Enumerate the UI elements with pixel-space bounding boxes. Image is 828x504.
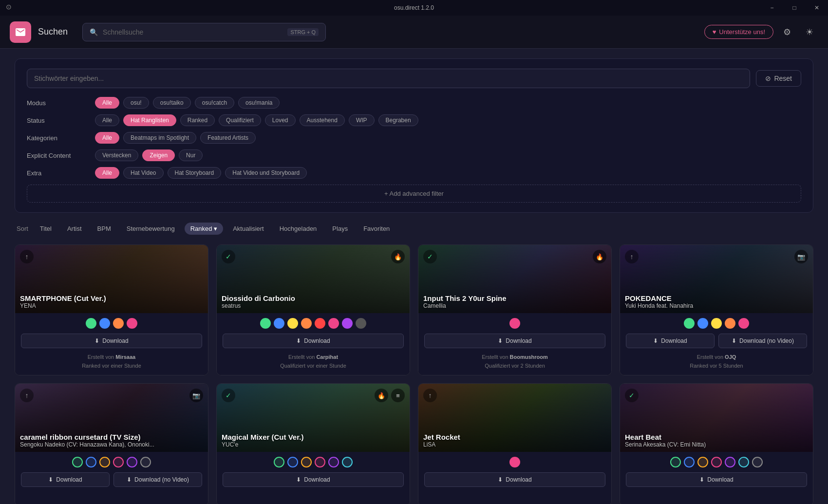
- sort-titel[interactable]: Titel: [34, 223, 57, 235]
- sort-aktualisiert[interactable]: Aktualisiert: [227, 223, 270, 235]
- card-6-body: ⬇ Download: [217, 452, 410, 504]
- sort-bpm[interactable]: BPM: [92, 223, 117, 235]
- card-3-info: 1nput This 2 Y0ur Spine Camellia: [423, 294, 606, 309]
- status-pill-loved[interactable]: Loved: [265, 114, 296, 126]
- status-pill-ranglisten[interactable]: Hat Ranglisten: [123, 114, 176, 126]
- sort-sterne[interactable]: Sternebewertung: [121, 223, 181, 235]
- explicit-pills: Verstecken Zeigen Nur: [95, 149, 203, 161]
- modus-pill-taiko[interactable]: osu!taiko: [153, 97, 191, 109]
- settings-button[interactable]: ⚙: [778, 23, 796, 41]
- titlebar: ⊙ osu.direct 1.2.0 − □ ✕: [0, 0, 828, 16]
- download-no-video-button-5[interactable]: ⬇ Download (no Video): [113, 472, 202, 487]
- search-bar[interactable]: 🔍 Schnellsuche STRG + Q: [82, 23, 326, 41]
- status-pill-ranked[interactable]: Ranked: [180, 114, 215, 126]
- extra-pill-alle[interactable]: Alle: [95, 167, 119, 179]
- card-6-extra-icon: ≡: [391, 389, 405, 402]
- card-5-info: caramel ribbon cursetard (TV Size) Sengo…: [20, 433, 203, 448]
- modus-pill-catch[interactable]: osu!catch: [195, 97, 234, 109]
- card-4-footer: Erstellt von OJQRanked vor 5 Stunden: [626, 353, 807, 370]
- minimize-button[interactable]: −: [761, 0, 783, 16]
- sort-artist[interactable]: Artist: [61, 223, 88, 235]
- search-placeholder: Schnellsuche: [103, 28, 282, 36]
- diff-dot: [725, 318, 735, 329]
- nav-label: Suchen: [38, 27, 68, 37]
- reset-button[interactable]: ⊘ Reset: [756, 70, 801, 87]
- kategorien-pill-featured[interactable]: Featured Artists: [200, 132, 256, 144]
- diff-dot: [274, 318, 284, 329]
- card-7-body: ⬇ Download: [418, 452, 611, 504]
- card-5-status-icon: ↑: [20, 389, 34, 402]
- extra-pill-storyboard[interactable]: Hat Storyboard: [168, 167, 222, 179]
- card-1-downloads: ⬇ Download: [21, 334, 202, 348]
- explicit-pill-nur[interactable]: Nur: [179, 149, 203, 161]
- card-3-title: 1nput This 2 Y0ur Spine: [423, 294, 606, 302]
- explicit-pill-zeigen[interactable]: Zeigen: [142, 149, 175, 161]
- download-icon: ⬇: [94, 337, 99, 344]
- close-button[interactable]: ✕: [806, 0, 828, 16]
- download-button-7[interactable]: ⬇ Download: [424, 472, 605, 487]
- modus-pill-osu[interactable]: osu!: [123, 97, 149, 109]
- card-2-top-icons: 🔥: [391, 250, 405, 263]
- download-button-1[interactable]: ⬇ Download: [21, 334, 202, 348]
- sort-plays[interactable]: Plays: [326, 223, 354, 235]
- card-5-title: caramel ribbon cursetard (TV Size): [20, 433, 203, 441]
- explicit-pill-verstecken[interactable]: Verstecken: [95, 149, 138, 161]
- card-2-body: ⬇ Download Erstellt von CarpihatQualifiz…: [217, 313, 410, 375]
- theme-button[interactable]: ☀: [801, 23, 818, 41]
- status-pill-alle[interactable]: Alle: [95, 114, 119, 126]
- download-button-3[interactable]: ⬇ Download: [424, 334, 605, 348]
- support-button[interactable]: ♥ Unterstütze uns!: [704, 25, 773, 39]
- card-7-footer: [424, 492, 605, 501]
- modus-pill-mania[interactable]: osu!mania: [238, 97, 280, 109]
- status-pill-ausstehend[interactable]: Ausstehend: [300, 114, 345, 126]
- beat-card-2: ✓ 🔥 Diossido di Carbonio seatrus: [216, 244, 410, 375]
- card-4-status-icon: ↑: [625, 250, 639, 263]
- download-button-6[interactable]: ⬇ Download: [223, 472, 404, 487]
- card-2-downloads: ⬇ Download: [223, 334, 404, 348]
- kategorien-pill-alle[interactable]: Alle: [95, 132, 119, 144]
- card-4-difficulties: [626, 318, 807, 329]
- diff-dot: [711, 457, 722, 467]
- card-8-body: ⬇ Download: [620, 452, 813, 504]
- header-actions: ♥ Unterstütze uns! ⚙ ☀: [704, 23, 818, 41]
- kategorien-pill-spotlight[interactable]: Beatmaps im Spotlight: [123, 132, 196, 144]
- download-icon: ⬇: [498, 476, 503, 483]
- card-image-5: ↑ 📷 caramel ribbon cursetard (TV Size) S…: [15, 384, 208, 452]
- card-image-1: ↑ SMARTPHONE (Cut Ver.) YENA: [15, 245, 208, 313]
- modus-pill-alle[interactable]: Alle: [95, 97, 119, 109]
- card-7-artist: LiSA: [423, 441, 606, 448]
- sort-hochgeladen[interactable]: Hochgeladen: [274, 223, 323, 235]
- card-image-3: ✓ 🔥 1nput This 2 Y0ur Spine Camellia: [418, 245, 611, 313]
- modus-label: Modus: [27, 99, 90, 107]
- maximize-button[interactable]: □: [783, 0, 806, 16]
- diff-dot: [684, 457, 695, 467]
- card-2-title: Diossido di Carbonio: [222, 294, 405, 302]
- download-button-4[interactable]: ⬇ Download: [626, 334, 715, 348]
- download-no-video-button-4[interactable]: ⬇ Download (no Video): [718, 334, 807, 348]
- sort-favoriten[interactable]: Favoriten: [358, 223, 395, 235]
- advanced-filter-btn[interactable]: + Add advanced filter: [27, 185, 801, 203]
- extra-pill-video[interactable]: Hat Video: [123, 167, 163, 179]
- download-button-8[interactable]: ⬇ Download: [626, 472, 807, 487]
- card-5-body: ⬇ Download ⬇ Download (no Video): [15, 452, 208, 504]
- diff-dot: [725, 457, 735, 467]
- sort-ranked[interactable]: Ranked ▾: [185, 223, 223, 235]
- diff-dot: [274, 457, 284, 467]
- status-pill-begraben[interactable]: Begraben: [378, 114, 418, 126]
- download-button-2[interactable]: ⬇ Download: [223, 334, 404, 348]
- download-button-5[interactable]: ⬇ Download: [21, 472, 110, 487]
- download-icon: ⬇: [699, 476, 704, 483]
- diff-dot: [752, 457, 763, 467]
- diff-dot: [140, 457, 151, 467]
- status-pill-qualifiziert[interactable]: Qualifiziert: [219, 114, 261, 126]
- keyword-search-input[interactable]: [27, 69, 750, 88]
- status-pill-wip[interactable]: WIP: [349, 114, 375, 126]
- card-6-badges: ✓: [222, 389, 235, 402]
- filter-row-extra: Extra Alle Hat Video Hat Storyboard Hat …: [27, 167, 801, 179]
- card-1-artist: YENA: [20, 302, 203, 309]
- status-pills: Alle Hat Ranglisten Ranked Qualifiziert …: [95, 114, 418, 126]
- card-1-title: SMARTPHONE (Cut Ver.): [20, 294, 203, 302]
- diff-dot: [86, 457, 96, 467]
- card-image-6: ✓ 🔥 ≡ Magical Mixer (Cut Ver.) YUC'e: [217, 384, 410, 452]
- extra-pill-video-storyboard[interactable]: Hat Video und Storyboard: [225, 167, 307, 179]
